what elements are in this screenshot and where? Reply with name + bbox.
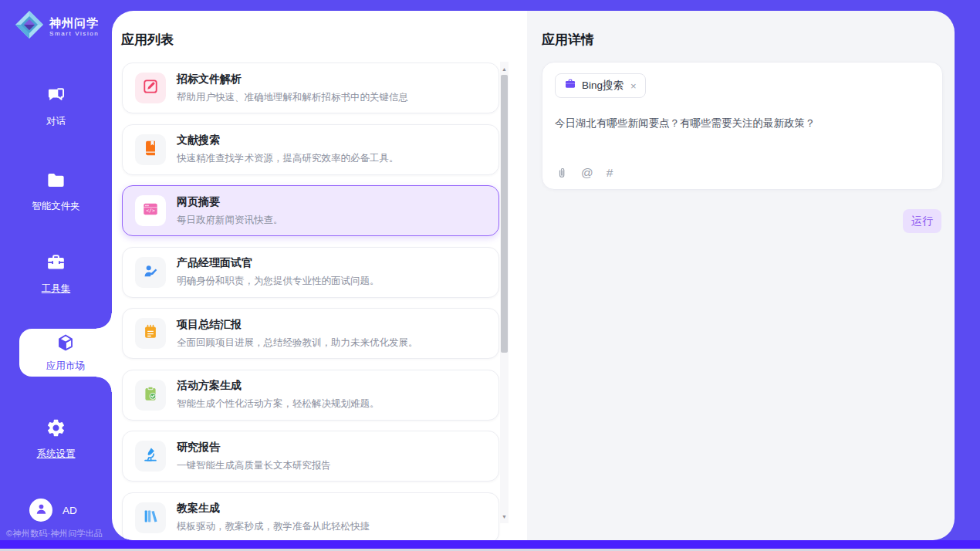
cube-icon — [56, 333, 76, 356]
app-card[interactable]: 教案生成模板驱动，教案秒成，教学准备从此轻松快捷 — [122, 492, 499, 541]
app-card[interactable]: </>网页摘要每日政府新闻资讯快查。 — [122, 185, 499, 236]
tag-close-icon[interactable]: × — [630, 81, 637, 91]
app-card-text: 项目总结汇报全面回顾项目进展，总结经验教训，助力未来优化发展。 — [177, 318, 418, 350]
sidebar-item-label: 对话 — [46, 115, 66, 128]
app-card-title: 产品经理面试官 — [177, 256, 380, 270]
app-card-title: 项目总结汇报 — [177, 318, 418, 332]
input-toolbar: @# — [556, 167, 613, 179]
sidebar-item-toolbox[interactable]: 工具集 — [0, 252, 112, 296]
app-card-icon-box — [135, 73, 166, 103]
app-card-title: 教案生成 — [177, 502, 370, 516]
app-card-desc: 快速精准查找学术资源，提高研究效率的必备工具。 — [177, 152, 399, 165]
edit-square-icon — [142, 78, 159, 98]
sidebar-item-label: 应用市场 — [46, 360, 85, 373]
app-card-desc: 明确身份和职责，为您提供专业性的面试问题。 — [177, 275, 380, 288]
scroll-down-icon[interactable]: ▼ — [500, 511, 509, 522]
brand-name: 神州问学 — [49, 15, 99, 30]
microscope-icon — [142, 446, 159, 466]
brand-subtitle: Smart Vision — [49, 30, 99, 37]
folder-icon — [46, 170, 66, 194]
brand-logo: 神州问学 Smart Vision — [14, 9, 99, 43]
app-card-desc: 智能生成个性化活动方案，轻松解决规划难题。 — [177, 397, 380, 411]
gear-icon — [46, 417, 66, 441]
book-icon — [142, 140, 159, 160]
report-note-icon — [142, 323, 159, 343]
app-list-title: 应用列表 — [121, 31, 174, 49]
app-card-icon-box — [135, 502, 166, 533]
app-card-desc: 模板驱动，教案秒成，教学准备从此轻松快捷 — [177, 520, 370, 533]
app-card-text: 文献搜索快速精准查找学术资源，提高研究效率的必备工具。 — [177, 134, 399, 165]
paperclip-icon[interactable] — [556, 167, 568, 179]
user-initials: AD — [63, 505, 77, 516]
app-card-text: 研究报告一键智能生成高质量长文本研究报告 — [177, 441, 331, 472]
app-card[interactable]: 文献搜索快速精准查找学术资源，提高研究效率的必备工具。 — [122, 124, 499, 175]
scroll-up-icon[interactable]: ▲ — [500, 63, 509, 74]
sidebar-item-folder[interactable]: 智能文件夹 — [0, 170, 112, 213]
app-root: { "brand": { "name": "神州问学", "subtitle":… — [0, 0, 980, 551]
app-card[interactable]: 活动方案生成智能生成个性化活动方案，轻松解决规划难题。 — [122, 370, 499, 421]
copyright-footer: ©神州数码·神州问学出品 — [6, 528, 103, 539]
sidebar-item-gear[interactable]: 系统设置 — [0, 417, 112, 461]
app-card-title: 研究报告 — [177, 441, 331, 455]
sidebar: 神州问学 Smart Vision 对话智能文件夹工具集应用市场系统设置 AD … — [0, 0, 112, 540]
app-card-title: 招标文件解析 — [177, 73, 408, 86]
bottom-accent-bar — [0, 540, 980, 549]
app-card[interactable]: 招标文件解析帮助用户快速、准确地理解和解析招标书中的关键信息 — [122, 63, 499, 113]
app-card-desc: 帮助用户快速、准确地理解和解析招标书中的关键信息 — [177, 91, 408, 104]
browser-code-icon: </> — [142, 201, 159, 221]
app-list-scrollbar[interactable]: ▲ ▼ — [500, 62, 509, 523]
user-icon — [34, 502, 49, 519]
sidebar-item-chat[interactable]: 对话 — [0, 85, 112, 128]
books-icon — [142, 508, 159, 528]
app-card[interactable]: 产品经理面试官明确身份和职责，为您提供专业性的面试问题。 — [122, 247, 499, 298]
scrollbar-thumb[interactable] — [501, 75, 508, 353]
chat-icon — [46, 85, 66, 109]
app-card-text: 招标文件解析帮助用户快速、准确地理解和解析招标书中的关键信息 — [177, 73, 408, 104]
query-text[interactable]: 今日湖北有哪些新闻要点？有哪些需要关注的最新政策？ — [555, 116, 930, 131]
svg-text:</>: </> — [146, 208, 155, 214]
app-list: 招标文件解析帮助用户快速、准确地理解和解析招标书中的关键信息文献搜索快速精准查找… — [122, 63, 499, 540]
app-card[interactable]: 项目总结汇报全面回顾项目进展，总结经验教训，助力未来优化发展。 — [122, 308, 499, 359]
app-card-icon-box — [135, 318, 166, 349]
user-row[interactable]: AD — [29, 499, 77, 522]
app-card-text: 教案生成模板驱动，教案秒成，教学准备从此轻松快捷 — [177, 502, 370, 533]
app-detail-title: 应用详情 — [542, 31, 594, 49]
briefcase-icon — [564, 78, 576, 93]
app-card-icon-box — [135, 441, 166, 472]
at-icon[interactable]: @ — [581, 167, 593, 179]
app-card-desc: 一键智能生成高质量长文本研究报告 — [177, 459, 331, 472]
user-avatar[interactable] — [29, 499, 52, 522]
tool-tag-label: Bing搜索 — [582, 79, 623, 93]
app-card-desc: 全面回顾项目进展，总结经验教训，助力未来优化发展。 — [177, 336, 418, 350]
sidebar-item-label: 工具集 — [42, 282, 71, 296]
run-button[interactable]: 运行 — [903, 209, 941, 233]
app-card-desc: 每日政府新闻资讯快查。 — [177, 214, 283, 227]
app-card[interactable]: 研究报告一键智能生成高质量长文本研究报告 — [122, 431, 499, 482]
app-card-icon-box — [135, 134, 166, 165]
app-card-title: 文献搜索 — [177, 134, 399, 147]
app-card-icon-box: </> — [135, 195, 166, 226]
app-list-panel: 应用列表 招标文件解析帮助用户快速、准确地理解和解析招标书中的关键信息文献搜索快… — [112, 11, 527, 540]
app-card-title: 活动方案生成 — [177, 379, 380, 393]
toolbox-icon — [46, 252, 66, 276]
app-card-icon-box — [135, 257, 166, 288]
hash-icon[interactable]: # — [607, 167, 613, 179]
app-card-text: 网页摘要每日政府新闻资讯快查。 — [177, 195, 283, 227]
app-detail-panel: 应用详情 Bing搜索 × 今日湖北有哪些新闻要点？有哪些需要关注的最新政策？ … — [527, 11, 955, 540]
app-card-icon-box — [135, 380, 166, 411]
main-content: 应用列表 招标文件解析帮助用户快速、准确地理解和解析招标书中的关键信息文献搜索快… — [112, 11, 955, 540]
app-card-text: 活动方案生成智能生成个性化活动方案，轻松解决规划难题。 — [177, 379, 380, 411]
interviewer-icon — [142, 262, 159, 282]
tool-tag-bing-search[interactable]: Bing搜索 × — [555, 73, 646, 98]
sidebar-item-label: 智能文件夹 — [32, 200, 80, 213]
prompt-card: Bing搜索 × 今日湖北有哪些新闻要点？有哪些需要关注的最新政策？ @# — [542, 62, 943, 190]
sidebar-item-cube[interactable]: 应用市场 — [19, 329, 112, 377]
sidebar-item-label: 系统设置 — [37, 448, 76, 461]
app-card-text: 产品经理面试官明确身份和职责，为您提供专业性的面试问题。 — [177, 256, 380, 288]
brand-diamond-icon — [14, 9, 45, 43]
clipboard-check-icon — [142, 385, 159, 405]
app-card-title: 网页摘要 — [177, 195, 283, 209]
